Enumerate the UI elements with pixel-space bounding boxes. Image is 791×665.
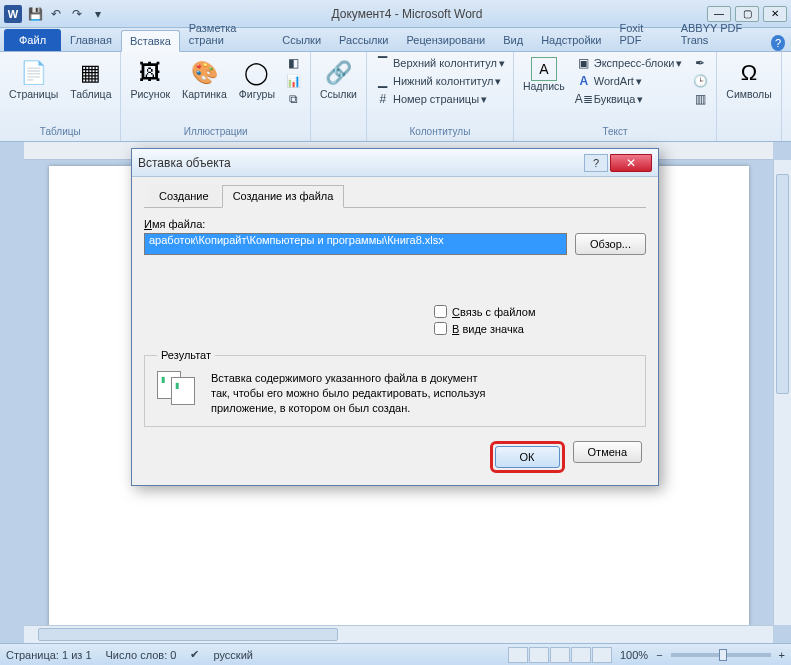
link-to-file-checkbox[interactable]: Связь с файлом xyxy=(434,305,646,318)
clipart-icon: 🎨 xyxy=(188,57,220,89)
ribbon: 📄 Страницы ▦ Таблица Таблицы 🖼 Рисунок 🎨… xyxy=(0,52,791,142)
textbox-button[interactable]: A Надпись xyxy=(518,54,570,96)
view-print-layout[interactable] xyxy=(508,647,528,663)
group-text: A Надпись ▣Экспресс-блоки ▾ AWordArt ▾ A… xyxy=(514,52,717,141)
dialog-close-button[interactable]: ✕ xyxy=(610,154,652,172)
object-button[interactable]: ▥ xyxy=(688,90,712,108)
undo-icon[interactable]: ↶ xyxy=(47,5,65,23)
screenshot-button[interactable]: ⧉ xyxy=(282,90,306,108)
group-label-tables: Таблицы xyxy=(4,124,116,139)
group-links: 🔗 Ссылки xyxy=(311,52,367,141)
dialog-title: Вставка объекта xyxy=(138,156,584,170)
filename-label: ИИмя файла:мя файла: xyxy=(144,218,646,230)
links-button[interactable]: 🔗 Ссылки xyxy=(315,54,362,104)
zoom-in-icon[interactable]: + xyxy=(779,649,785,661)
pagenum-button[interactable]: #Номер страницы ▾ xyxy=(371,90,509,108)
chart-icon: 📊 xyxy=(286,73,302,89)
dropcap-button[interactable]: A≣Буквица ▾ xyxy=(572,90,687,108)
browse-button[interactable]: Обзор... xyxy=(575,233,646,255)
group-label-illustrations: Иллюстрации xyxy=(125,124,306,139)
tab-layout[interactable]: Разметка страни xyxy=(180,17,274,51)
statusbar: Страница: 1 из 1 Число слов: 0 ✔ русский… xyxy=(0,643,791,665)
scroll-thumb[interactable] xyxy=(38,628,338,641)
zoom-out-icon[interactable]: − xyxy=(656,649,662,661)
tab-create-from-file[interactable]: Создание из файла xyxy=(222,185,345,208)
status-words[interactable]: Число слов: 0 xyxy=(106,649,177,661)
signature-button[interactable]: ✒ xyxy=(688,54,712,72)
display-as-icon-checkbox[interactable]: В виде значка xyxy=(434,322,646,335)
horizontal-scrollbar[interactable] xyxy=(24,625,773,643)
dialog-titlebar[interactable]: Вставка объекта ? ✕ xyxy=(132,149,658,177)
cancel-button[interactable]: Отмена xyxy=(573,441,642,463)
qat-more-icon[interactable]: ▾ xyxy=(89,5,107,23)
view-web[interactable] xyxy=(550,647,570,663)
status-page[interactable]: Страница: 1 из 1 xyxy=(6,649,92,661)
filename-input[interactable]: аработок\Копирайт\Компьютеры и программы… xyxy=(144,233,567,255)
save-icon[interactable]: 💾 xyxy=(26,5,44,23)
footer-icon: ▁ xyxy=(375,73,391,89)
view-buttons xyxy=(508,647,612,663)
textbox-icon: A xyxy=(531,57,557,81)
datetime-button[interactable]: 🕒 xyxy=(688,72,712,90)
status-proof-icon[interactable]: ✔ xyxy=(190,648,199,661)
status-language[interactable]: русский xyxy=(213,649,252,661)
table-button[interactable]: ▦ Таблица xyxy=(65,54,116,104)
view-draft[interactable] xyxy=(592,647,612,663)
tab-insert[interactable]: Вставка xyxy=(121,30,180,52)
object-icon: ▥ xyxy=(692,91,708,107)
symbols-button[interactable]: Ω Символы xyxy=(721,54,776,104)
tab-file[interactable]: Файл xyxy=(4,29,61,51)
group-symbols: Ω Символы xyxy=(717,52,781,141)
group-header-footer: ▔Верхний колонтитул ▾ ▁Нижний колонтитул… xyxy=(367,52,514,141)
dialog-help-button[interactable]: ? xyxy=(584,154,608,172)
tab-foxit[interactable]: Foxit PDF xyxy=(611,17,672,51)
group-label-text: Текст xyxy=(518,124,712,139)
picture-button[interactable]: 🖼 Рисунок xyxy=(125,54,175,104)
smartart-button[interactable]: ◧ xyxy=(282,54,306,72)
zoom-level[interactable]: 100% xyxy=(620,649,648,661)
result-text: Вставка содержимого указанного файла в д… xyxy=(211,371,491,416)
omega-icon: Ω xyxy=(733,57,765,89)
header-button[interactable]: ▔Верхний колонтитул ▾ xyxy=(371,54,509,72)
help-icon[interactable]: ? xyxy=(771,35,785,51)
group-illustrations: 🖼 Рисунок 🎨 Картинка ◯ Фигуры ◧ 📊 ⧉ Иллю… xyxy=(121,52,311,141)
checkbox-area: Связь с файлом В виде значка xyxy=(434,305,646,335)
view-outline[interactable] xyxy=(571,647,591,663)
quickparts-button[interactable]: ▣Экспресс-блоки ▾ xyxy=(572,54,687,72)
view-fullscreen[interactable] xyxy=(529,647,549,663)
tab-create-new[interactable]: Создание xyxy=(148,185,220,207)
chart-button[interactable]: 📊 xyxy=(282,72,306,90)
pagenum-icon: # xyxy=(375,91,391,107)
shapes-button[interactable]: ◯ Фигуры xyxy=(234,54,280,104)
tab-addins[interactable]: Надстройки xyxy=(532,29,610,51)
group-tables: 📄 Страницы ▦ Таблица Таблицы xyxy=(0,52,121,141)
tab-abbyy[interactable]: ABBYY PDF Trans xyxy=(672,17,771,51)
dialog-tabs: Создание Создание из файла xyxy=(144,185,646,208)
result-icon xyxy=(157,371,197,405)
pages-icon: 📄 xyxy=(18,57,50,89)
tab-mailings[interactable]: Рассылки xyxy=(330,29,397,51)
smartart-icon: ◧ xyxy=(286,55,302,71)
ribbon-tabs: Файл Главная Вставка Разметка страни Ссы… xyxy=(0,28,791,52)
signature-icon: ✒ xyxy=(692,55,708,71)
quickparts-icon: ▣ xyxy=(576,55,592,71)
pages-button[interactable]: 📄 Страницы xyxy=(4,54,63,104)
redo-icon[interactable]: ↷ xyxy=(68,5,86,23)
tab-references[interactable]: Ссылки xyxy=(273,29,330,51)
table-icon: ▦ xyxy=(75,57,107,89)
zoom-slider[interactable] xyxy=(671,653,771,657)
scroll-thumb[interactable] xyxy=(776,174,789,394)
picture-icon: 🖼 xyxy=(134,57,166,89)
zoom-thumb[interactable] xyxy=(719,649,727,661)
clipart-button[interactable]: 🎨 Картинка xyxy=(177,54,232,104)
tab-home[interactable]: Главная xyxy=(61,29,121,51)
dialog-body: Создание Создание из файла ИИмя файла:мя… xyxy=(132,177,658,485)
app-icon: W xyxy=(4,5,22,23)
tab-review[interactable]: Рецензировани xyxy=(397,29,494,51)
vertical-scrollbar[interactable] xyxy=(773,160,791,625)
ok-button-highlight: ОК xyxy=(490,441,565,473)
ok-button[interactable]: ОК xyxy=(495,446,560,468)
wordart-button[interactable]: AWordArt ▾ xyxy=(572,72,687,90)
tab-view[interactable]: Вид xyxy=(494,29,532,51)
footer-button[interactable]: ▁Нижний колонтитул ▾ xyxy=(371,72,509,90)
